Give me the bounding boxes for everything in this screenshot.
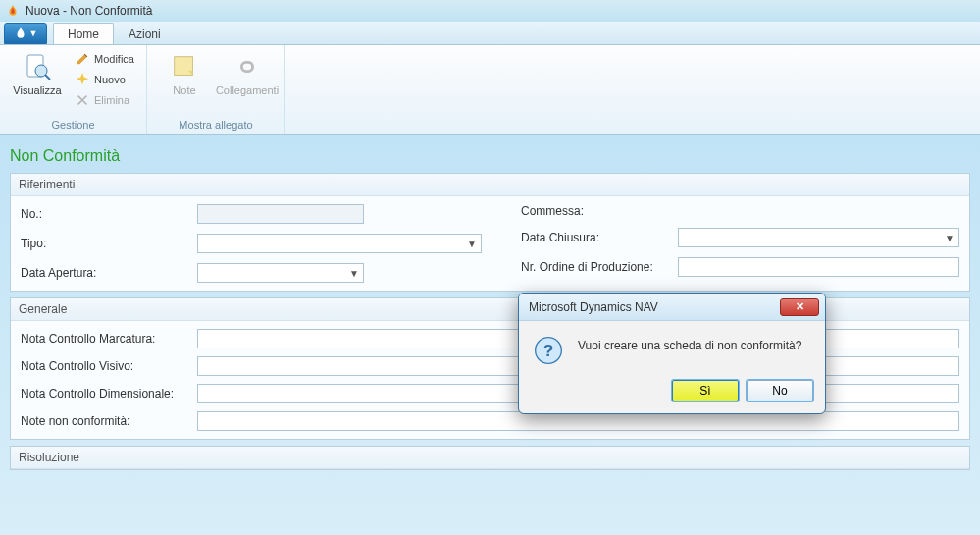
elimina-button: Elimina [71, 90, 138, 110]
section-generale: Generale Nota Controllo Marcatura: Nota … [10, 297, 970, 440]
visualizza-button[interactable]: Visualizza [8, 49, 67, 98]
field-non-conf[interactable] [197, 411, 959, 431]
tab-strip: ▼ Home Azioni [0, 22, 980, 45]
pencil-icon [75, 51, 90, 67]
modifica-label: Modifica [94, 53, 134, 65]
label-dimensionale: Nota Controllo Dimensionale: [21, 387, 197, 401]
visualizza-label: Visualizza [13, 84, 61, 96]
group-label-gestione: Gestione [8, 117, 138, 133]
label-marcatura: Nota Controllo Marcatura: [21, 332, 197, 346]
dialog-close-button[interactable]: ✕ [780, 298, 819, 316]
app-menu-button[interactable]: ▼ [4, 23, 47, 44]
field-data-chiusura[interactable]: ▼ [678, 228, 959, 247]
label-visivo: Nota Controllo Visivo: [21, 359, 197, 373]
label-commessa: Commessa: [521, 204, 678, 218]
chevron-down-icon: ▼ [347, 268, 361, 279]
svg-text:?: ? [543, 341, 554, 360]
link-icon [232, 51, 263, 82]
title-bar: Nuova - Non Conformità [0, 0, 980, 22]
label-nr-ordine: Nr. Ordine di Produzione: [521, 260, 678, 274]
field-data-apertura[interactable]: ▼ [197, 263, 364, 283]
question-icon: ? [533, 335, 564, 366]
window-title: Nuova - Non Conformità [26, 4, 152, 18]
dialog-yes-button[interactable]: Sì [672, 380, 739, 401]
svg-line-2 [45, 75, 50, 80]
section-header-risoluzione[interactable]: Risoluzione [11, 447, 969, 469]
label-data-chiusura: Data Chiusura: [521, 231, 678, 244]
collegamenti-label: Collegamenti [216, 84, 279, 96]
nuovo-button[interactable]: Nuovo [71, 70, 138, 89]
section-risoluzione: Risoluzione [10, 446, 970, 470]
elimina-label: Elimina [94, 94, 129, 106]
label-non-conf: Note non conformità: [21, 414, 197, 428]
group-label-allegato: Mostra allegato [155, 117, 277, 133]
dialog-title: Microsoft Dynamics NAV [529, 300, 658, 314]
close-icon: ✕ [796, 300, 804, 313]
magnifier-page-icon [22, 51, 53, 82]
dialog-message: Vuoi creare una scheda di non conformità… [578, 335, 801, 352]
content-area: Non Conformità Riferimenti No.: Tipo: ▼ … [0, 135, 980, 484]
ribbon: Visualizza Modifica Nuovo Elimina Gestio… [0, 45, 980, 135]
app-flame-icon [6, 4, 20, 18]
sticky-note-icon [169, 51, 200, 82]
collegamenti-button: Collegamenti [218, 49, 277, 98]
ribbon-group-gestione: Visualizza Modifica Nuovo Elimina Gestio… [0, 45, 147, 134]
label-no: No.: [21, 207, 197, 221]
tab-actions[interactable]: Azioni [114, 23, 176, 44]
label-data-apertura: Data Apertura: [21, 266, 197, 280]
dialog-no-button[interactable]: No [747, 380, 813, 401]
section-header-riferimenti[interactable]: Riferimenti [11, 174, 969, 196]
page-title: Non Conformità [10, 143, 970, 173]
chevron-down-icon: ▼ [29, 28, 38, 38]
delete-x-icon [75, 92, 90, 108]
sparkle-icon [75, 72, 90, 87]
nuovo-label: Nuovo [94, 74, 126, 85]
chevron-down-icon: ▼ [943, 233, 956, 243]
ribbon-group-allegato: Note Collegamenti Mostra allegato [147, 45, 285, 134]
tab-home[interactable]: Home [53, 23, 114, 44]
dialog-confirm: Microsoft Dynamics NAV ✕ ? Vuoi creare u… [518, 293, 826, 414]
field-tipo[interactable]: ▼ [197, 234, 482, 253]
field-nr-ordine[interactable] [678, 257, 959, 277]
label-tipo: Tipo: [21, 237, 197, 250]
field-no[interactable] [197, 204, 364, 224]
chevron-down-icon: ▼ [465, 239, 479, 249]
app-flame-icon [14, 27, 27, 40]
note-button: Note [155, 49, 214, 98]
section-riferimenti: Riferimenti No.: Tipo: ▼ Data Apertura: … [10, 173, 970, 292]
note-label: Note [173, 84, 195, 96]
modifica-button[interactable]: Modifica [71, 49, 138, 69]
